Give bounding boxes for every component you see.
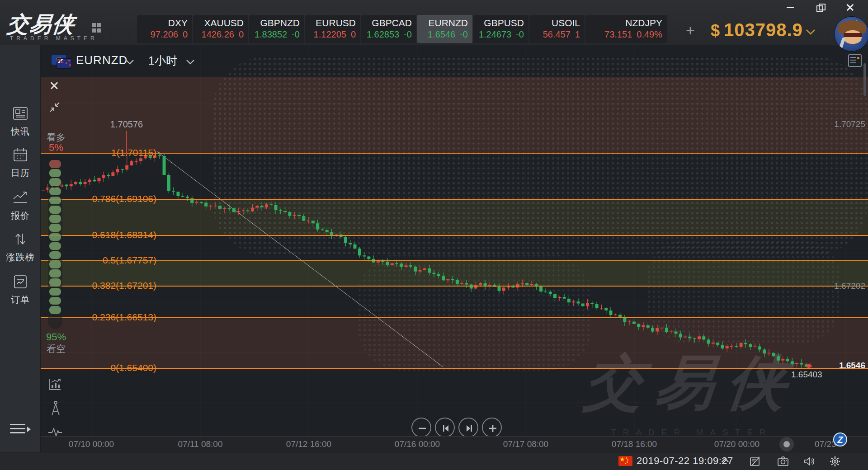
fib-line-1[interactable] (41, 153, 868, 154)
window-close-button[interactable] (845, 3, 854, 12)
china-flag-icon (618, 456, 632, 466)
ticker-dxy[interactable]: DXY97.2060 (137, 15, 192, 43)
sentiment-segment-green (49, 288, 61, 296)
jump-to-start-button[interactable] (435, 418, 455, 436)
fib-line-0.382[interactable] (41, 286, 868, 287)
ticker-strip: DXY97.2060XAUUSD1426.260GBPNZD1.83852-0E… (137, 15, 667, 43)
fib-label-0: 0(1.65400) (68, 362, 156, 373)
sentiment-segment-green (49, 215, 61, 223)
fib-label-1: 1(1.70115) (68, 147, 156, 158)
right-axis-upper: 1.70725 (834, 119, 865, 129)
brand-badge-icon[interactable]: Z (833, 432, 847, 446)
news-icon (0, 106, 41, 123)
sentiment-segment-green (49, 269, 61, 277)
left-sidebar: 快讯日历报价涨跌榜订单 (0, 45, 41, 452)
jump-to-end-button[interactable] (458, 418, 478, 436)
ticker-gbpnzd[interactable]: GBPNZD1.83852-0 (249, 15, 304, 43)
collapse-icon[interactable] (49, 101, 61, 113)
ticker-gbpcad[interactable]: GBPCAD1.62853-0 (361, 15, 416, 43)
sidebar-item-news[interactable]: 快讯 (0, 106, 41, 138)
ticker-symbol: XAUUSD (204, 18, 244, 28)
symbol-chevron-down-icon[interactable] (126, 60, 134, 65)
sidebar-item-label: 报价 (0, 210, 41, 222)
fib-line-0.5[interactable] (41, 260, 868, 261)
ticker-change: -0 (404, 28, 412, 40)
sentiment-segment-green (49, 278, 61, 287)
bear-percentage: 95% (42, 331, 70, 343)
bull-percentage: 5% (42, 142, 70, 154)
fib-line-0.786[interactable] (41, 199, 868, 200)
close-drawing-icon[interactable] (50, 81, 59, 90)
sidebar-item-label: 快讯 (0, 126, 41, 138)
sidebar-item-label: 日历 (0, 167, 41, 179)
sidebar-item-orders[interactable]: 订单 (0, 274, 41, 306)
sentiment-segment-green (49, 242, 61, 250)
timeframe-select[interactable]: 1小时 (148, 53, 177, 68)
chart-scrollbar[interactable] (863, 63, 866, 96)
sentiment-segment-green (49, 188, 61, 196)
symbol-select[interactable]: EURNZD (76, 53, 127, 67)
ticker-price: 1426.26 (202, 28, 234, 40)
status-bar: 2019-07-22 19:09:27 (0, 452, 868, 470)
sidebar-item-ranking[interactable]: 涨跌榜 (0, 231, 41, 263)
window-restore-button[interactable] (816, 3, 825, 12)
screenshot-camera-icon[interactable] (776, 455, 790, 468)
zoom-out-button[interactable] (411, 418, 431, 436)
current-price-label: 1.6546 (839, 361, 865, 371)
fib-label-0.5: 0.5(1.67757) (68, 255, 156, 266)
time-chevron-up-icon[interactable] (722, 458, 729, 462)
bear-label: 看空 (42, 343, 70, 355)
sidebar-item-quotes[interactable]: 报价 (0, 190, 41, 222)
fib-label-0.382: 0.382(1.67201) (68, 280, 156, 291)
currency-symbol: $ (711, 21, 720, 40)
fib-line-0.618[interactable] (41, 235, 868, 236)
high-price-marker: 1.70576 (99, 119, 154, 130)
ticker-symbol: DXY (168, 18, 188, 28)
ticker-eurnzd[interactable]: EURNZD1.6546-0 (417, 15, 472, 43)
fib-line-0.236[interactable] (41, 317, 868, 318)
window-minimize-button[interactable] (786, 3, 795, 12)
x-axis-label: 07/17 08:00 (503, 439, 548, 449)
ticker-symbol: GBPNZD (260, 18, 300, 28)
top-bar: 交易侠 TRADER MASTER DXY97.2060XAUUSD1426.2… (0, 0, 868, 45)
ticker-price: 97.206 (151, 28, 178, 40)
sentiment-segment-green (49, 197, 61, 205)
chart-area[interactable]: 交易侠 TRADER MASTER 1(1.70115)0.786(1.6910… (41, 45, 868, 436)
candlestick-plot (41, 45, 868, 436)
right-axis-middle: 1.67202 (834, 281, 865, 291)
fib-line-0[interactable] (41, 368, 868, 369)
sentiment-segment-green (49, 233, 61, 241)
ticker-change: 0 (239, 28, 244, 40)
sentiment-bar (48, 158, 62, 329)
timeframe-chevron-down-icon[interactable] (186, 60, 194, 65)
ticker-xauusd[interactable]: XAUUSD1426.260 (193, 15, 248, 43)
sound-speaker-icon[interactable] (802, 455, 816, 468)
apps-grid-icon[interactable] (92, 23, 102, 33)
ticker-price: 1.6546 (428, 28, 455, 40)
sentiment-segment-green (49, 178, 61, 186)
ticker-price: 1.62853 (367, 28, 399, 40)
drawing-compass-icon[interactable] (50, 400, 61, 418)
ticker-nzdjpy[interactable]: NZDJPY73.1510.49% (585, 15, 667, 43)
zoom-in-button[interactable] (482, 418, 502, 436)
news-feed-icon[interactable] (748, 455, 762, 468)
user-avatar[interactable] (834, 16, 868, 52)
sidebar-menu-icon[interactable] (10, 423, 30, 435)
sentiment-segment-green (49, 306, 61, 314)
panel-layout-icon[interactable] (848, 54, 862, 67)
ticker-usoil[interactable]: USOIL56.4571 (529, 15, 585, 43)
balance-chevron-down-icon[interactable] (806, 29, 816, 35)
last-price-dot (807, 364, 811, 368)
indicator-tool-icon[interactable] (48, 378, 61, 392)
axis-slider-handle[interactable] (779, 437, 794, 451)
ticker-eurusd[interactable]: EURUSD1.122050 (305, 15, 360, 43)
settings-gear-icon[interactable] (828, 455, 842, 468)
ticker-gbpusd[interactable]: GBPUSD1.24673-0 (473, 15, 528, 43)
ticker-price: 1.24673 (479, 28, 511, 40)
ticker-change: 0 (351, 28, 356, 40)
time-axis[interactable]: 07/10 00:0007/11 08:0007/12 16:0007/16 0… (41, 436, 868, 452)
add-symbol-button[interactable]: + (684, 24, 697, 37)
account-balance[interactable]: $103798.9 (711, 20, 803, 40)
pulse-line-icon[interactable] (48, 427, 62, 436)
sidebar-item-calendar[interactable]: 日历 (0, 147, 41, 179)
